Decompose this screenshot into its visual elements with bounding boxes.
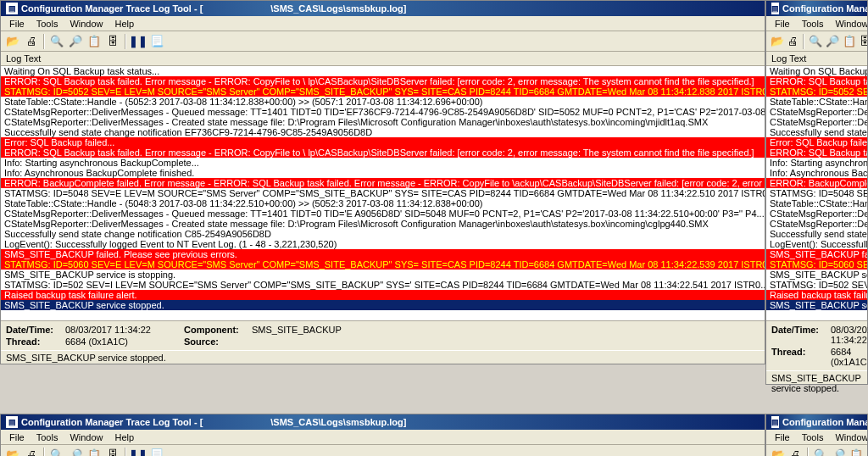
- log-line[interactable]: STATMSG: ID=5052 SEV=E L: [766, 86, 867, 97]
- log-line[interactable]: Successfully send state chan: [766, 229, 867, 239]
- log-line[interactable]: SMS_SITE_BACKUP failed. Pl: [766, 249, 867, 259]
- log-line[interactable]: SMS_SITE_BACKUP service stopped.: [1, 300, 765, 310]
- menu-bar: File Tools Window: [766, 16, 867, 31]
- log-line[interactable]: ERROR: BackupComplete failed. Error mess…: [1, 178, 765, 188]
- options-icon[interactable]: 🗄: [859, 33, 867, 50]
- log-line[interactable]: Waiting On SQL Backup task status...: [1, 66, 765, 76]
- thread-label: Thread:: [6, 336, 65, 347]
- print-icon[interactable]: 🖨: [787, 447, 804, 457]
- findnext-icon[interactable]: 🔎: [67, 447, 84, 457]
- log-line[interactable]: ERROR: SQL Backup task failed. Error mes…: [1, 76, 765, 86]
- log-line[interactable]: StateTable::CState::Handle - (5048:3 201…: [1, 198, 765, 209]
- find-icon[interactable]: 🔍: [48, 33, 65, 50]
- menu-tools[interactable]: Tools: [31, 18, 64, 30]
- log-line[interactable]: Error: SQL Backup failed...: [1, 137, 765, 147]
- log-line[interactable]: ERROR: SQL Backup task fail: [766, 76, 867, 86]
- menu-file[interactable]: File: [770, 18, 795, 30]
- menu-window[interactable]: Window: [64, 18, 108, 30]
- log-line[interactable]: LogEvent(): Successfully logged Event to…: [1, 239, 765, 249]
- fourth-window: ▤ Configuration Manager File Tools Windo…: [765, 414, 868, 456]
- log-column-header[interactable]: Log Text: [1, 52, 765, 66]
- open-icon[interactable]: 📂: [770, 33, 785, 50]
- menu-tools[interactable]: Tools: [797, 431, 829, 443]
- log-line[interactable]: CStateMsgReporter::DeliverMessages - Cre…: [1, 219, 765, 229]
- log-line[interactable]: STATMSG: ID=502 SEV=I LEV=M SOURCE="SMS …: [1, 280, 765, 290]
- print-icon[interactable]: 🖨: [787, 33, 799, 50]
- print-icon[interactable]: 🖨: [23, 447, 40, 457]
- title-bar[interactable]: ▤ Configuration Manager: [766, 1, 867, 16]
- copy-icon[interactable]: 📋: [848, 447, 864, 457]
- log-line[interactable]: CStateMsgReporter::DeliverM: [766, 219, 867, 229]
- log-line[interactable]: Raised backup task failure al: [766, 290, 867, 300]
- options-icon[interactable]: 🗄: [104, 447, 121, 457]
- info-icon[interactable]: 📃: [148, 447, 165, 457]
- title-bar[interactable]: ▤ Configuration Manager Trace Log Tool -…: [1, 1, 765, 16]
- log-line[interactable]: STATMSG: ID=5060 SEV=E LEV=M SOURCE="SMS…: [1, 259, 765, 270]
- log-line[interactable]: Error: SQL Backup failed...: [766, 137, 867, 147]
- log-line[interactable]: CStateMsgReporter::DeliverMessages - Cre…: [1, 117, 765, 127]
- log-line[interactable]: Successfully send state change notificat…: [1, 229, 765, 239]
- log-line[interactable]: ERROR: SQL Backup task fail: [766, 147, 867, 158]
- find-icon[interactable]: 🔍: [808, 33, 823, 50]
- pause-icon[interactable]: ❚❚: [130, 33, 147, 50]
- log-line[interactable]: STATMSG: ID=502 SEV=I LEV: [766, 280, 867, 290]
- log-line[interactable]: SMS_SITE_BACKUP failed. Please see previ…: [1, 249, 765, 259]
- title-bar[interactable]: ▤ Configuration Manager: [766, 414, 867, 430]
- log-line[interactable]: LogEvent(): Successfully logg: [766, 239, 867, 249]
- log-pane[interactable]: Waiting On SQL Backup task status...ERRO…: [1, 66, 765, 320]
- options-icon[interactable]: 🗄: [104, 33, 121, 50]
- log-line[interactable]: Info: Asynchronous BackupCo: [766, 168, 867, 178]
- log-line[interactable]: CStateMsgReporter::DeliverM: [766, 107, 867, 117]
- log-line[interactable]: STATMSG: ID=5060 SEV=E L: [766, 259, 867, 270]
- print-icon[interactable]: 🖨: [23, 33, 40, 50]
- open-icon[interactable]: 📂: [770, 447, 786, 457]
- log-line[interactable]: Info: Starting asynchronous BackupComple…: [1, 158, 765, 168]
- find-icon[interactable]: 🔍: [48, 447, 65, 457]
- findnext-icon[interactable]: 🔎: [825, 33, 840, 50]
- copy-icon[interactable]: 📋: [842, 33, 857, 50]
- log-line[interactable]: CStateMsgReporter::DeliverM: [766, 209, 867, 219]
- copy-icon[interactable]: 📋: [86, 33, 103, 50]
- findnext-icon[interactable]: 🔎: [830, 447, 846, 457]
- log-line[interactable]: STATMSG: ID=5048 SEV=E LEV=M SOURCE="SMS…: [1, 188, 765, 198]
- log-line[interactable]: CStateMsgReporter::DeliverMessages - Que…: [1, 209, 765, 219]
- menu-tools[interactable]: Tools: [797, 18, 829, 30]
- log-line[interactable]: ERROR: SQL Backup task failed. Error mes…: [1, 147, 765, 158]
- log-line[interactable]: STATMSG: ID=5048 SEV=E L: [766, 188, 867, 198]
- title-bar[interactable]: ▤ Configuration Manager Trace Log Tool -…: [1, 414, 765, 430]
- log-line[interactable]: SMS_SITE_BACKUP service st: [766, 300, 867, 310]
- log-column-header[interactable]: Log Text: [766, 52, 867, 66]
- log-line[interactable]: StateTable::CState::Handle - (5052:3 201…: [1, 97, 765, 107]
- log-line[interactable]: StateTable::CState::Handle -: [766, 198, 867, 209]
- menu-window[interactable]: Window: [64, 431, 108, 443]
- log-line[interactable]: SMS_SITE_BACKUP service is: [766, 270, 867, 280]
- menu-help[interactable]: Help: [110, 431, 140, 443]
- log-line[interactable]: Info: Starting asynchronous B: [766, 158, 867, 168]
- log-line[interactable]: ERROR: BackupComplete fail: [766, 178, 867, 188]
- log-line[interactable]: Raised backup task failure alert.: [1, 290, 765, 300]
- log-line[interactable]: Successfully send state change notificat…: [1, 127, 765, 137]
- copy-icon[interactable]: 📋: [86, 447, 103, 457]
- menu-file[interactable]: File: [770, 431, 795, 443]
- log-line[interactable]: StateTable::CState::Handle -: [766, 97, 867, 107]
- menu-tools[interactable]: Tools: [31, 431, 64, 443]
- log-line[interactable]: SMS_SITE_BACKUP service is stopping.: [1, 270, 765, 280]
- log-line[interactable]: CStateMsgReporter::DeliverMessages - Que…: [1, 107, 765, 117]
- menu-file[interactable]: File: [4, 431, 30, 443]
- menu-help[interactable]: Help: [110, 18, 140, 30]
- menu-window[interactable]: Window: [830, 431, 867, 443]
- info-icon[interactable]: 📃: [148, 33, 165, 50]
- pause-icon[interactable]: ❚❚: [130, 447, 147, 457]
- menu-file[interactable]: File: [4, 18, 30, 30]
- menu-window[interactable]: Window: [830, 18, 867, 30]
- open-icon[interactable]: 📂: [4, 33, 21, 50]
- open-icon[interactable]: 📂: [4, 447, 21, 457]
- findnext-icon[interactable]: 🔎: [67, 33, 84, 50]
- log-pane[interactable]: Waiting On SQL Backup task sERROR: SQL B…: [766, 66, 867, 320]
- log-line[interactable]: CStateMsgReporter::DeliverM: [766, 117, 867, 127]
- log-line[interactable]: Successfully send state chan: [766, 127, 867, 137]
- log-line[interactable]: Waiting On SQL Backup task s: [766, 66, 867, 76]
- log-line[interactable]: Info: Asynchronous BackupComplete finish…: [1, 168, 765, 178]
- log-line[interactable]: STATMSG: ID=5052 SEV=E LEV=M SOURCE="SMS…: [1, 86, 765, 97]
- find-icon[interactable]: 🔍: [812, 447, 828, 457]
